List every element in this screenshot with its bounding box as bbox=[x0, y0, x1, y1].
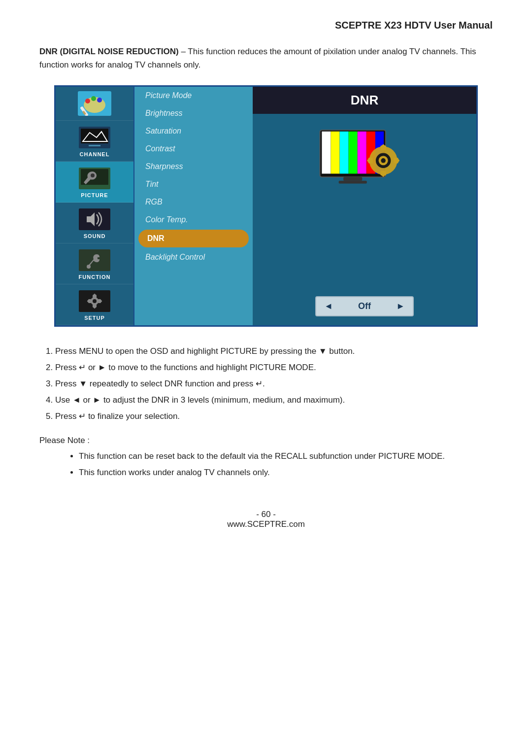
panel-value: Off bbox=[358, 301, 371, 311]
sound-icon bbox=[79, 208, 110, 230]
steps-list: Press MENU to open the OSD and highlight… bbox=[39, 344, 493, 423]
osd-menu: Picture Mode Brightness Saturation Contr… bbox=[134, 87, 253, 325]
tv-image bbox=[315, 124, 414, 193]
footer-url: www.SCEPTRE.com bbox=[39, 519, 493, 529]
svg-rect-36 bbox=[349, 132, 358, 174]
svg-point-22 bbox=[93, 299, 97, 303]
svg-rect-35 bbox=[340, 132, 349, 174]
svg-point-45 bbox=[381, 158, 386, 163]
svg-rect-11 bbox=[89, 145, 100, 146]
svg-point-4 bbox=[97, 98, 102, 103]
svg-rect-15 bbox=[83, 185, 106, 188]
menu-item-saturation[interactable]: Saturation bbox=[134, 122, 253, 140]
menu-item-brightness[interactable]: Brightness bbox=[134, 104, 253, 122]
sidebar-item-sound[interactable]: SOUND bbox=[56, 203, 133, 243]
sidebar-label-sound: SOUND bbox=[84, 233, 106, 239]
picture-icon bbox=[79, 168, 110, 189]
svg-point-19 bbox=[87, 265, 91, 269]
sidebar-item-picture[interactable]: PICTURE bbox=[56, 162, 133, 203]
sidebar-label-channel: CHANNEL bbox=[80, 151, 110, 157]
intro-paragraph: DNR (DIGITAL NOISE REDUCTION) – This fun… bbox=[39, 45, 493, 71]
svg-rect-41 bbox=[339, 181, 367, 184]
sidebar-item-function[interactable]: FUNCTION bbox=[56, 243, 133, 284]
svg-rect-37 bbox=[358, 132, 366, 174]
menu-item-sharpness[interactable]: Sharpness bbox=[134, 158, 253, 175]
notes-list: This function can be reset back to the d… bbox=[39, 449, 493, 480]
page-title: SCEPTRE X23 HDTV User Manual bbox=[335, 20, 493, 31]
svg-point-14 bbox=[91, 173, 95, 177]
note-1: This function can be reset back to the d… bbox=[79, 449, 493, 464]
menu-item-picture-mode[interactable]: Picture Mode bbox=[134, 87, 253, 104]
palette-icon bbox=[78, 91, 111, 116]
sidebar-label-setup: SETUP bbox=[84, 315, 105, 321]
function-icon bbox=[79, 249, 110, 271]
value-arrow-left[interactable]: ◄ bbox=[324, 301, 333, 311]
note-2: This function works under analog TV chan… bbox=[79, 466, 493, 480]
osd-ui: CHANNEL PICTURE bbox=[54, 85, 478, 327]
step-5: Press ↵ to finalize your selection. bbox=[55, 410, 493, 424]
svg-point-3 bbox=[91, 96, 96, 101]
menu-item-dnr[interactable]: DNR bbox=[138, 230, 249, 247]
menu-item-rgb[interactable]: RGB bbox=[134, 193, 253, 211]
svg-rect-33 bbox=[322, 132, 331, 174]
step-3: Press ▼ repeatedly to select DNR functio… bbox=[55, 377, 493, 391]
setup-icon bbox=[79, 290, 110, 312]
channel-icon bbox=[79, 127, 110, 148]
menu-item-tint[interactable]: Tint bbox=[134, 175, 253, 193]
please-note-section: Please Note : This function can be reset… bbox=[39, 436, 493, 480]
value-control: ◄ Off ► bbox=[315, 296, 414, 316]
tv-gear-graphic bbox=[315, 121, 414, 195]
step-1: Press MENU to open the OSD and highlight… bbox=[55, 344, 493, 359]
panel-title: DNR bbox=[253, 87, 476, 114]
intro-bold: DNR (DIGITAL NOISE REDUCTION) bbox=[39, 47, 179, 56]
please-note-title: Please Note : bbox=[39, 436, 493, 446]
svg-rect-34 bbox=[331, 132, 339, 174]
page-header: SCEPTRE X23 HDTV User Manual bbox=[39, 20, 493, 31]
osd-sidebar: CHANNEL PICTURE bbox=[56, 87, 134, 325]
step-2: Press ↵ or ► to move to the functions an… bbox=[55, 361, 493, 375]
svg-point-2 bbox=[85, 99, 90, 103]
page-number: - 60 - bbox=[39, 510, 493, 519]
osd-panel: DNR bbox=[253, 87, 476, 325]
sidebar-item-setup[interactable]: SETUP bbox=[56, 284, 133, 325]
step-4: Use ◄ or ► to adjust the DNR in 3 levels… bbox=[55, 393, 493, 408]
sidebar-label-function: FUNCTION bbox=[79, 274, 111, 280]
menu-item-color-temp[interactable]: Color Temp. bbox=[134, 211, 253, 229]
menu-item-contrast[interactable]: Contrast bbox=[134, 140, 253, 158]
sidebar-item-palette[interactable] bbox=[56, 87, 133, 121]
sidebar-item-channel[interactable]: CHANNEL bbox=[56, 121, 133, 162]
value-arrow-right[interactable]: ► bbox=[396, 301, 405, 311]
menu-item-backlight[interactable]: Backlight Control bbox=[134, 248, 253, 266]
page-footer: - 60 - www.SCEPTRE.com bbox=[39, 510, 493, 529]
sidebar-label-picture: PICTURE bbox=[81, 192, 108, 198]
svg-rect-40 bbox=[343, 177, 362, 181]
instructions-section: Press MENU to open the OSD and highlight… bbox=[39, 344, 493, 423]
panel-content: ◄ Off ► bbox=[253, 114, 476, 325]
